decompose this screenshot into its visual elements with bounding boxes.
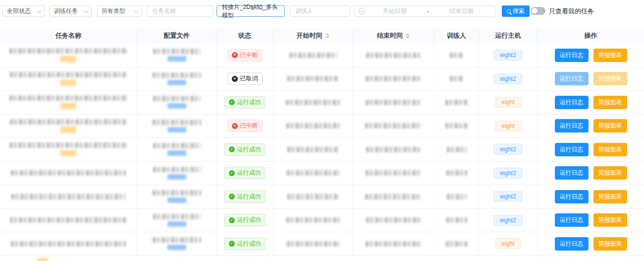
run-log-button[interactable]: 运行日志 — [555, 143, 589, 156]
redacted-task-tag — [60, 56, 76, 62]
run-log-button[interactable]: 运行日志 — [555, 237, 589, 251]
status-filter-select[interactable]: 全部状态 — [2, 5, 45, 17]
redacted-task-name — [9, 95, 127, 101]
host-badge: eight2 — [493, 215, 523, 226]
redacted-start-time — [286, 217, 340, 223]
chevron-down-icon — [134, 8, 139, 13]
my-tasks-toggle[interactable] — [531, 7, 545, 15]
config-file-cell — [137, 232, 216, 256]
column-header-start-time[interactable]: 开始时间 — [273, 28, 353, 44]
trainer-input[interactable]: 训练人 — [290, 5, 350, 17]
status-badge: ✓ 运行成功 — [224, 238, 266, 250]
status-label: 运行成功 — [237, 98, 261, 107]
date-range-picker[interactable]: 开始日期 - 结束日期 — [354, 5, 495, 17]
toggle-knob — [532, 8, 537, 14]
report-chart-button[interactable]: 简报图表 — [593, 96, 627, 109]
config-file-cell — [137, 44, 216, 67]
report-chart-button[interactable]: 简报图表 — [593, 237, 627, 251]
redacted-config-link[interactable] — [167, 103, 186, 109]
actions-cell: 运行日志 简报图表 — [537, 67, 644, 91]
trainer-cell — [434, 209, 479, 232]
column-header-status: 状态 — [216, 28, 273, 44]
sort-icon[interactable] — [406, 33, 410, 38]
run-log-button[interactable]: 运行日志 — [555, 213, 589, 227]
status-label: 已中断 — [240, 51, 258, 60]
status-cell: ✓ 运行成功 — [216, 209, 273, 232]
redacted-start-time — [287, 241, 339, 247]
start-time-cell — [273, 162, 353, 185]
redacted-config-link[interactable] — [167, 174, 186, 180]
end-time-cell — [353, 44, 434, 67]
report-chart-button[interactable]: 简报图表 — [593, 143, 627, 156]
run-log-button[interactable]: 运行日志 — [555, 119, 589, 132]
run-log-button[interactable]: 运行日志 — [555, 166, 589, 180]
task-name-cell — [0, 115, 137, 138]
end-time-cell — [353, 138, 434, 161]
redacted-config-link[interactable] — [167, 56, 186, 62]
start-date-placeholder: 开始日期 — [365, 7, 424, 15]
column-header-end-time[interactable]: 结束时间 — [353, 28, 434, 44]
actions-cell: 运行日志 简报图表 — [537, 185, 644, 208]
status-badge: ✓ 运行成功 — [224, 214, 266, 226]
redacted-config-link[interactable] — [167, 80, 186, 85]
column-header-task-name: 任务名称 — [0, 28, 137, 44]
redacted-partial-content — [37, 258, 48, 261]
host-cell: eight — [479, 91, 537, 114]
task-type-select[interactable]: 训练任务 — [50, 5, 92, 17]
status-label: 已取消 — [240, 74, 258, 83]
task-name-input[interactable]: 任务名称 — [147, 5, 213, 17]
report-chart-button[interactable]: 简报图表 — [593, 49, 627, 62]
sort-icon[interactable] — [325, 33, 329, 38]
config-file-cell — [137, 138, 216, 161]
start-time-cell — [273, 67, 353, 91]
task-name-cell — [0, 138, 137, 161]
trainer-cell — [434, 162, 479, 185]
host-cell: eight — [479, 232, 537, 256]
redacted-end-time — [365, 194, 422, 199]
report-chart-button[interactable]: 简报图表 — [593, 166, 627, 180]
redacted-config-link[interactable] — [167, 221, 186, 227]
redacted-end-time — [366, 76, 421, 81]
redacted-config-name — [153, 143, 201, 148]
category-select[interactable]: 所有类型 — [97, 5, 142, 17]
table-row: ✓ 运行成功 eight2 运行日志 简报图表 — [0, 209, 644, 233]
redacted-task-tag — [60, 79, 76, 86]
report-chart-button[interactable]: 简报图表 — [593, 213, 627, 227]
column-header-actions: 操作 — [537, 28, 644, 44]
start-time-cell — [273, 44, 353, 67]
search-icon — [507, 9, 511, 13]
report-chart-button[interactable]: 简报图表 — [593, 190, 627, 203]
run-log-button[interactable]: 运行日志 — [555, 96, 589, 109]
host-cell: eight2 — [479, 209, 537, 232]
task-name-cell — [0, 185, 137, 208]
redacted-config-link[interactable] — [167, 197, 186, 203]
redacted-end-time — [366, 100, 421, 105]
trainer-placeholder: 训练人 — [295, 7, 313, 15]
run-log-button[interactable]: 运行日志 — [555, 49, 589, 62]
redacted-config-link[interactable] — [167, 150, 186, 156]
end-time-cell — [353, 115, 434, 138]
search-keyword-input[interactable]: 转接片_2D缺陷_多头模型 — [216, 5, 285, 17]
redacted-config-name — [153, 214, 201, 219]
host-badge: eight2 — [493, 73, 523, 84]
report-chart-button[interactable]: 简报图表 — [593, 72, 627, 85]
status-label: 已中断 — [240, 122, 258, 130]
redacted-config-link[interactable] — [167, 245, 186, 250]
status-badge: ✕ 已中断 — [227, 120, 263, 132]
table-row: ✓ 运行成功 eight2 运行日志 简报图表 — [0, 162, 644, 186]
redacted-config-link[interactable] — [167, 127, 186, 132]
actions-cell: 运行日志 简报图表 — [537, 115, 644, 138]
report-chart-button[interactable]: 简报图表 — [593, 119, 627, 132]
redacted-task-tag — [60, 127, 76, 133]
run-log-button[interactable]: 运行日志 — [555, 190, 589, 203]
search-button[interactable]: 搜索 — [502, 5, 530, 17]
table-row: ✕ 已中断 eight 运行日志 简报图表 — [0, 115, 644, 138]
start-time-cell — [273, 91, 353, 114]
column-header-host: 运行主机 — [479, 28, 537, 44]
redacted-task-tag — [60, 103, 76, 109]
redacted-start-time — [289, 53, 337, 58]
redacted-task-name — [10, 217, 127, 223]
status-label: 运行成功 — [237, 145, 261, 154]
run-log-button[interactable]: 运行日志 — [555, 72, 589, 85]
status-cell: ✕ 已取消 — [216, 67, 273, 91]
